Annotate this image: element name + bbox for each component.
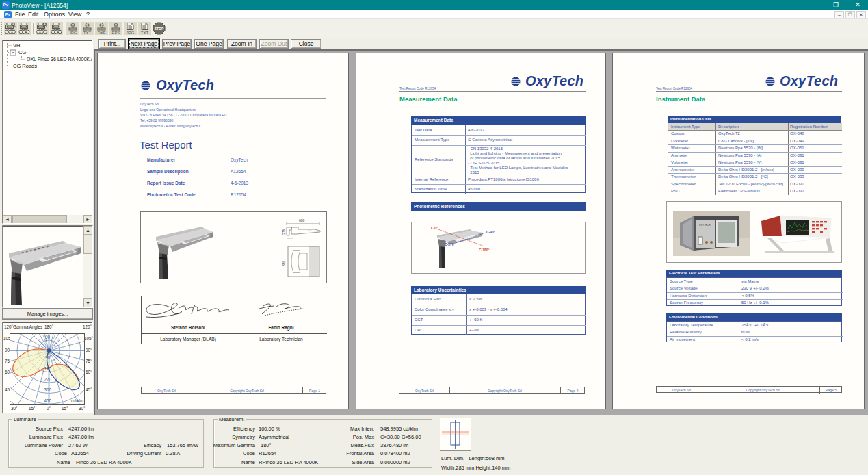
svg-text:cd/klm: cd/klm bbox=[71, 398, 83, 403]
svg-text:75°: 75° bbox=[86, 359, 92, 363]
svg-text:360: 360 bbox=[44, 387, 52, 392]
svg-text:TXT: TXT bbox=[83, 31, 92, 35]
svg-text:275: 275 bbox=[282, 229, 286, 235]
svg-text:DXF: DXF bbox=[98, 31, 106, 35]
svg-text:180: 180 bbox=[44, 366, 52, 371]
svg-text:120°: 120° bbox=[4, 324, 14, 329]
svg-text:60°: 60° bbox=[86, 370, 92, 374]
svg-text:45°: 45° bbox=[86, 387, 92, 392]
svg-text:180°: 180° bbox=[44, 324, 54, 329]
svg-text:600: 600 bbox=[299, 218, 305, 222]
svg-text:0°: 0° bbox=[47, 406, 51, 411]
svg-text:15°: 15° bbox=[29, 406, 36, 411]
svg-text:TXT: TXT bbox=[141, 31, 149, 35]
svg-text:C-90°: C-90° bbox=[486, 230, 495, 234]
svg-text:OXYTECH: OXYTECH bbox=[699, 224, 711, 227]
svg-text:330: 330 bbox=[282, 260, 286, 266]
svg-text:270: 270 bbox=[44, 377, 52, 382]
svg-text:JPG: JPG bbox=[69, 31, 77, 35]
svg-text:EPS: EPS bbox=[111, 31, 120, 35]
svg-text:JPG: JPG bbox=[127, 31, 135, 35]
svg-text:105°: 105° bbox=[84, 336, 93, 341]
svg-text:90°: 90° bbox=[86, 348, 92, 352]
svg-text:C-0°: C-0° bbox=[431, 227, 438, 230]
svg-text:Gamma Angles: Gamma Angles bbox=[13, 324, 42, 330]
svg-text:450: 450 bbox=[44, 398, 52, 403]
svg-text:C-180°: C-180° bbox=[479, 248, 490, 252]
svg-text:90: 90 bbox=[45, 355, 51, 360]
svg-text:30°: 30° bbox=[11, 406, 18, 411]
svg-text:STOP: STOP bbox=[155, 27, 164, 31]
svg-text:30°: 30° bbox=[79, 406, 86, 411]
svg-text:120°: 120° bbox=[83, 324, 92, 329]
svg-text:90: 90 bbox=[45, 335, 51, 339]
svg-text:15°: 15° bbox=[62, 406, 68, 411]
svg-text:C-270°: C-270° bbox=[445, 242, 456, 246]
